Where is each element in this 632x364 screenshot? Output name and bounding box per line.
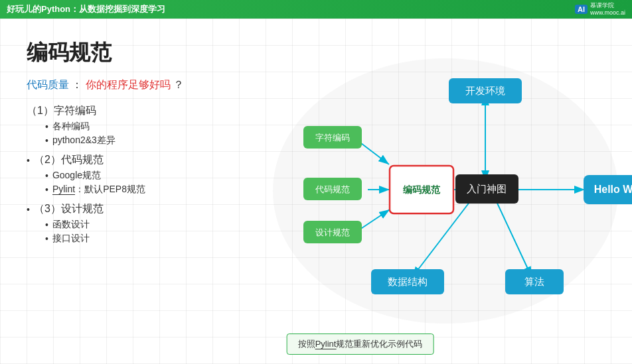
bottom-note: 按照Pylint规范重新优化示例代码 xyxy=(287,334,434,355)
list-item: 函数设计 xyxy=(45,219,246,231)
list-item: Google规范 xyxy=(45,170,246,182)
section-3-label: （3）设计规范 xyxy=(34,202,104,216)
section-2: • （2）代码规范 Google规范 Pylint：默认PEP8规范 xyxy=(27,153,246,196)
pylint-link-2[interactable]: Pylint xyxy=(315,339,337,349)
section-1-title: （1）字符编码 xyxy=(27,104,246,118)
subtitle-question-mark: ？ xyxy=(173,79,184,90)
section-2-label: （2）代码规范 xyxy=(34,153,104,167)
list-item: 接口设计 xyxy=(45,233,246,245)
subtitle-colon: ： xyxy=(72,79,82,90)
node-algorithm-label: 算法 xyxy=(524,276,544,287)
node-char-encoding-label: 字符编码 xyxy=(315,133,350,143)
section-1: （1）字符编码 各种编码 python2&3差异 xyxy=(27,104,246,147)
logo-text: 慕课学院www.mooc.ai xyxy=(590,2,625,17)
node-hello-world-label: Hello World xyxy=(594,184,632,195)
left-panel: 编码规范 代码质量 ： 你的程序足够好吗 ？ （1）字符编码 各种编码 pyth… xyxy=(0,19,259,364)
section-3: • （3）设计规范 函数设计 接口设计 xyxy=(27,202,246,245)
bullet-icon: • xyxy=(27,204,30,215)
node-intro-map-label: 入门神图 xyxy=(467,183,507,194)
subtitle-quality: 代码质量 xyxy=(27,79,69,90)
bullet-icon: • xyxy=(27,155,30,166)
node-dev-env-label: 开发环境 xyxy=(465,85,505,96)
page-title: 编码规范 xyxy=(27,38,246,68)
node-encoding-rules-label: 编码规范 xyxy=(403,184,441,195)
node-design-rules-label: 设计规范 xyxy=(315,227,350,237)
list-item: Pylint：默认PEP8规范 xyxy=(45,184,246,196)
section-1-subitems: 各种编码 python2&3差异 xyxy=(27,121,246,147)
section-2-subitems: Google规范 Pylint：默认PEP8规范 xyxy=(27,170,246,196)
bottom-note-prefix: 按照 xyxy=(298,339,315,349)
logo-area: AI 慕课学院www.mooc.ai xyxy=(575,2,625,17)
logo-box: AI xyxy=(575,5,588,14)
list-item: 各种编码 xyxy=(45,121,246,133)
subtitle-question-text: 你的程序足够好吗 xyxy=(86,79,171,90)
section-2-title: • （2）代码规范 xyxy=(27,153,246,167)
node-code-rules-label: 代码规范 xyxy=(315,184,350,194)
top-bar: 好玩儿的Python：从数据挖掘到深度学习 AI 慕课学院www.mooc.ai xyxy=(0,0,632,19)
section-3-title: • （3）设计规范 xyxy=(27,202,246,216)
section-1-label: （1）字符编码 xyxy=(27,104,96,118)
top-bar-title: 好玩儿的Python：从数据挖掘到深度学习 xyxy=(7,3,165,15)
subtitle: 代码质量 ： 你的程序足够好吗 ？ xyxy=(27,78,246,92)
main-content: 编码规范 代码质量 ： 你的程序足够好吗 ？ （1）字符编码 各种编码 pyth… xyxy=(0,19,632,364)
mind-map-svg: 开发环境 Hello World 数据结构 算法 入门神图 编码规范 字符编码 … xyxy=(259,19,632,364)
diagram-area: 开发环境 Hello World 数据结构 算法 入门神图 编码规范 字符编码 … xyxy=(259,19,632,364)
node-data-structure-label: 数据结构 xyxy=(388,276,428,287)
list-item: python2&3差异 xyxy=(45,135,246,147)
section-3-subitems: 函数设计 接口设计 xyxy=(27,219,246,245)
pylint-link-1[interactable]: Pylint xyxy=(52,184,75,195)
bottom-note-suffix: 规范重新优化示例代码 xyxy=(336,339,422,349)
